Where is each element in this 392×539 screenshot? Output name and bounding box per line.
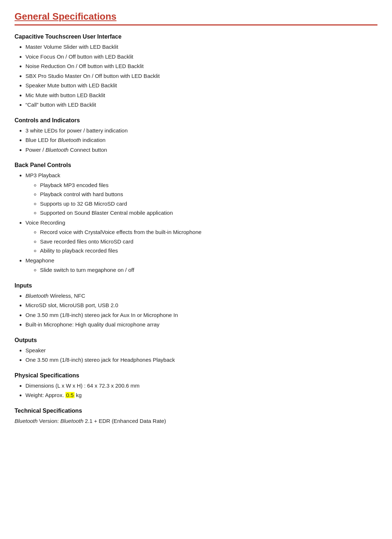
inputs-list: Bluetooth Wireless, NFC MicroSD slot, Mi… bbox=[15, 292, 377, 329]
list-item: Supports up to 32 GB MicroSD card bbox=[40, 200, 377, 208]
section-heading-capacitive: Capacitive Touchscreen User Interface bbox=[15, 33, 377, 40]
backpanel-sublist: Playback MP3 encoded files Playback cont… bbox=[25, 181, 377, 217]
bluetooth-italic: Bluetooth bbox=[25, 293, 48, 299]
list-item: Dimensions (L x W x H) : 64 x 72.3 x 200… bbox=[25, 382, 377, 390]
list-item: One 3.50 mm (1/8-inch) stereo jack for H… bbox=[25, 356, 377, 364]
list-item: Master Volume Slider with LED Backlit bbox=[25, 43, 377, 51]
list-item: Weight: Approx. 0.5 kg bbox=[25, 391, 377, 400]
list-item: Megaphone Slide switch to turn megaphone… bbox=[25, 257, 377, 274]
highlight-weight: 0.5 bbox=[65, 392, 75, 398]
list-item: One 3.50 mm (1/8-inch) stereo jack for A… bbox=[25, 311, 377, 320]
section-heading-physical: Physical Specifications bbox=[15, 372, 377, 379]
backpanel-sublist: Record voice with CrystalVoice effects f… bbox=[25, 228, 377, 255]
section-backpanel: Back Panel Controls MP3 Playback Playbac… bbox=[15, 162, 377, 274]
list-item: MicroSD slot, MicroUSB port, USB 2.0 bbox=[25, 301, 377, 310]
section-heading-backpanel: Back Panel Controls bbox=[15, 162, 377, 169]
title-divider bbox=[15, 24, 377, 25]
section-heading-controls: Controls and Indicators bbox=[15, 117, 377, 124]
list-item: Speaker bbox=[25, 346, 377, 355]
list-item: “Call” button with LED Backlit bbox=[25, 101, 377, 109]
backpanel-list: MP3 Playback Playback MP3 encoded files … bbox=[15, 171, 377, 274]
capacitive-list: Master Volume Slider with LED Backlit Vo… bbox=[15, 43, 377, 109]
bluetooth-italic: Bluetooth bbox=[60, 418, 83, 424]
list-item: Playback control with hard buttons bbox=[40, 190, 377, 199]
section-capacitive: Capacitive Touchscreen User Interface Ma… bbox=[15, 33, 377, 109]
list-item: Supported on Sound Blaster Central mobil… bbox=[40, 209, 377, 217]
list-item: 3 white LEDs for power / battery indicat… bbox=[25, 127, 377, 135]
list-item: Slide switch to turn megaphone on / off bbox=[40, 266, 377, 274]
section-physical: Physical Specifications Dimensions (L x … bbox=[15, 372, 377, 400]
section-heading-outputs: Outputs bbox=[15, 337, 377, 344]
section-technical: Technical Specifications Bluetooth Versi… bbox=[15, 408, 377, 425]
list-item: SBX Pro Studio Master On / Off button wi… bbox=[25, 72, 377, 80]
list-item: Voice Recording Record voice with Crysta… bbox=[25, 219, 377, 255]
backpanel-sublist: Slide switch to turn megaphone on / off bbox=[25, 266, 377, 274]
section-heading-inputs: Inputs bbox=[15, 282, 377, 289]
bluetooth-italic: Bluetooth bbox=[15, 418, 37, 424]
list-item: Record voice with CrystalVoice effects f… bbox=[40, 228, 377, 237]
list-item: Built-in Microphone: High quality dual m… bbox=[25, 321, 377, 329]
physical-list: Dimensions (L x W x H) : 64 x 72.3 x 200… bbox=[15, 382, 377, 400]
section-inputs: Inputs Bluetooth Wireless, NFC MicroSD s… bbox=[15, 282, 377, 329]
section-outputs: Outputs Speaker One 3.50 mm (1/8-inch) s… bbox=[15, 337, 377, 364]
list-item: Bluetooth Wireless, NFC bbox=[25, 292, 377, 300]
list-item: Blue LED for Bluetooth indication bbox=[25, 136, 377, 144]
page-title: General Specifications bbox=[15, 11, 377, 22]
list-item: Noise Reduction On / Off button with LED… bbox=[25, 62, 377, 71]
list-item: Voice Focus On / Off button with LED Bac… bbox=[25, 53, 377, 61]
list-item: Save recorded files onto MicroSD card bbox=[40, 238, 377, 246]
list-item: Ability to playback recorded files bbox=[40, 247, 377, 255]
list-item: Power / Bluetooth Connect button bbox=[25, 146, 377, 154]
section-controls: Controls and Indicators 3 white LEDs for… bbox=[15, 117, 377, 154]
technical-paragraph: Bluetooth Version: Bluetooth 2.1 + EDR (… bbox=[15, 417, 377, 425]
controls-list: 3 white LEDs for power / battery indicat… bbox=[15, 127, 377, 154]
list-item: Playback MP3 encoded files bbox=[40, 181, 377, 190]
list-item: MP3 Playback Playback MP3 encoded files … bbox=[25, 171, 377, 217]
bluetooth-italic: Bluetooth bbox=[58, 137, 81, 143]
section-heading-technical: Technical Specifications bbox=[15, 408, 377, 414]
bluetooth-italic: Bluetooth bbox=[45, 147, 68, 153]
list-item: Speaker Mute button with LED Backlit bbox=[25, 82, 377, 90]
outputs-list: Speaker One 3.50 mm (1/8-inch) stereo ja… bbox=[15, 346, 377, 364]
list-item: Mic Mute with button LED Backlit bbox=[25, 91, 377, 100]
